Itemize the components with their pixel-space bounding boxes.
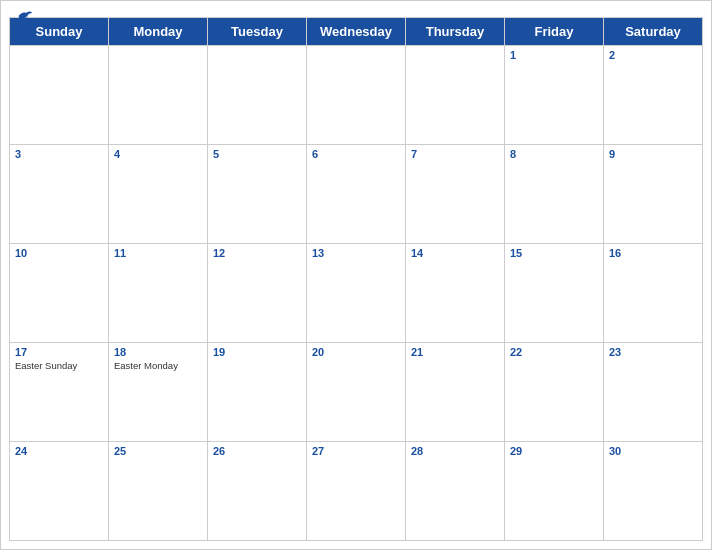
logo-blue [17, 9, 35, 23]
day-number: 26 [213, 445, 301, 457]
weeks-container: 1234567891011121314151617Easter Sunday18… [10, 46, 703, 541]
day-number: 13 [312, 247, 400, 259]
day-cell: 20 [307, 343, 406, 442]
week-row-3: 17Easter Sunday18Easter Monday1920212223 [10, 343, 703, 442]
holiday-label: Easter Monday [114, 360, 202, 371]
day-cell: 23 [604, 343, 703, 442]
day-number: 16 [609, 247, 697, 259]
day-cell: 25 [109, 442, 208, 541]
day-cell: 4 [109, 145, 208, 244]
day-cell: 14 [406, 244, 505, 343]
day-cell [307, 46, 406, 145]
day-cell: 22 [505, 343, 604, 442]
day-cell: 8 [505, 145, 604, 244]
day-header-wednesday: Wednesday [307, 18, 406, 46]
day-cell [208, 46, 307, 145]
day-cell: 19 [208, 343, 307, 442]
day-cell: 18Easter Monday [109, 343, 208, 442]
day-cell: 21 [406, 343, 505, 442]
day-cell: 26 [208, 442, 307, 541]
day-headers-row: SundayMondayTuesdayWednesdayThursdayFrid… [10, 18, 703, 46]
logo-bird-icon [17, 9, 33, 23]
week-row-0: 12 [10, 46, 703, 145]
day-cell: 13 [307, 244, 406, 343]
calendar-header [1, 1, 711, 17]
holiday-label: Easter Sunday [15, 360, 103, 371]
day-number: 24 [15, 445, 103, 457]
day-number: 21 [411, 346, 499, 358]
day-number: 7 [411, 148, 499, 160]
day-number: 29 [510, 445, 598, 457]
day-cell [109, 46, 208, 145]
day-header-saturday: Saturday [604, 18, 703, 46]
day-number: 27 [312, 445, 400, 457]
day-cell: 3 [10, 145, 109, 244]
day-cell: 17Easter Sunday [10, 343, 109, 442]
logo [17, 9, 35, 23]
day-cell: 27 [307, 442, 406, 541]
day-cell: 11 [109, 244, 208, 343]
day-cell: 6 [307, 145, 406, 244]
day-number: 11 [114, 247, 202, 259]
day-number: 9 [609, 148, 697, 160]
day-number: 1 [510, 49, 598, 61]
day-cell: 9 [604, 145, 703, 244]
day-number: 22 [510, 346, 598, 358]
day-number: 23 [609, 346, 697, 358]
day-number: 5 [213, 148, 301, 160]
calendar-grid: SundayMondayTuesdayWednesdayThursdayFrid… [9, 17, 703, 541]
day-header-friday: Friday [505, 18, 604, 46]
day-number: 15 [510, 247, 598, 259]
day-header-monday: Monday [109, 18, 208, 46]
day-cell: 12 [208, 244, 307, 343]
day-number: 18 [114, 346, 202, 358]
day-number: 19 [213, 346, 301, 358]
day-number: 4 [114, 148, 202, 160]
day-cell: 1 [505, 46, 604, 145]
day-number: 6 [312, 148, 400, 160]
day-number: 30 [609, 445, 697, 457]
week-row-4: 24252627282930 [10, 442, 703, 541]
day-number: 10 [15, 247, 103, 259]
day-header-thursday: Thursday [406, 18, 505, 46]
day-number: 20 [312, 346, 400, 358]
day-number: 25 [114, 445, 202, 457]
day-cell: 30 [604, 442, 703, 541]
day-cell: 10 [10, 244, 109, 343]
day-header-tuesday: Tuesday [208, 18, 307, 46]
week-row-1: 3456789 [10, 145, 703, 244]
day-cell: 16 [604, 244, 703, 343]
day-cell [406, 46, 505, 145]
week-row-2: 10111213141516 [10, 244, 703, 343]
day-cell: 24 [10, 442, 109, 541]
calendar-container: SundayMondayTuesdayWednesdayThursdayFrid… [0, 0, 712, 550]
day-cell [10, 46, 109, 145]
day-cell: 5 [208, 145, 307, 244]
day-number: 12 [213, 247, 301, 259]
day-cell: 7 [406, 145, 505, 244]
day-number: 8 [510, 148, 598, 160]
day-number: 14 [411, 247, 499, 259]
day-number: 3 [15, 148, 103, 160]
day-cell: 15 [505, 244, 604, 343]
day-cell: 28 [406, 442, 505, 541]
day-cell: 2 [604, 46, 703, 145]
day-number: 17 [15, 346, 103, 358]
day-cell: 29 [505, 442, 604, 541]
day-number: 2 [609, 49, 697, 61]
day-number: 28 [411, 445, 499, 457]
